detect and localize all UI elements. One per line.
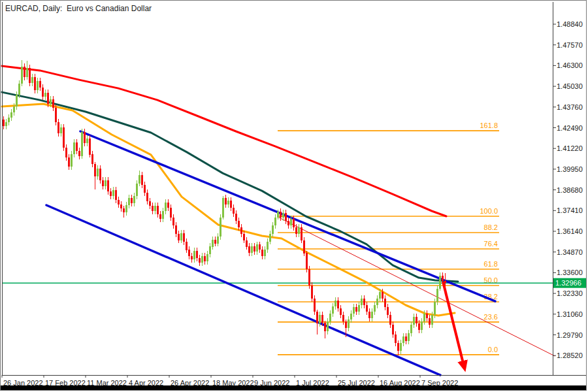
price-tick-label: 1.37410: [557, 206, 583, 214]
price-tick-label: 1.43760: [557, 103, 583, 111]
fib-level-label: 161.8: [480, 122, 498, 129]
price-axis: 1.488401.475701.463001.450301.437601.424…: [553, 20, 583, 359]
chart-title: EURCAD, Daily: Euro vs Canadian Dollar: [5, 4, 152, 13]
axes-frame: [2, 2, 587, 376]
price-tick-label: 1.39950: [557, 165, 583, 173]
price-tick-label: 1.34870: [557, 248, 583, 256]
fib-level-label: 0.0: [488, 346, 498, 353]
resistance-thin[interactable]: [278, 217, 555, 356]
svg-text:1.32966: 1.32966: [555, 279, 581, 287]
chart-window: EURCAD, Daily: Euro vs Canadian Dollar 1…: [0, 0, 587, 391]
status-bar: [1, 385, 587, 390]
current-price-tag: 1.32966: [553, 278, 587, 288]
price-tick-label: 1.47570: [557, 41, 583, 49]
price-tick-label: 1.36140: [557, 227, 583, 235]
price-tick-label: 1.31060: [557, 310, 583, 318]
price-tick-label: 1.29790: [557, 331, 583, 339]
price-tick-label: 1.45030: [557, 82, 583, 90]
fib-level-label: 76.4: [484, 240, 498, 248]
price-chart-canvas[interactable]: 161.8100.088.276.461.850.038.223.60.01.4…: [1, 1, 587, 391]
price-tick-label: 1.38680: [557, 186, 583, 194]
fib-level-label: 88.2: [484, 223, 498, 231]
fib-level-label: 100.0: [480, 207, 498, 215]
slow-ma-red: [2, 66, 446, 216]
price-tick-label: 1.28520: [557, 351, 583, 359]
price-tick-label: 1.46300: [557, 61, 583, 69]
fib-level-label: 61.8: [484, 260, 498, 268]
price-tick-label: 1.41220: [557, 144, 583, 152]
price-tick-label: 1.33600: [557, 269, 583, 276]
price-tick-label: 1.48840: [557, 20, 583, 28]
sell-projection-arrow[interactable]: [443, 282, 464, 366]
mid-ma-darkgreen: [2, 92, 458, 282]
fib-level-label: 23.6: [484, 313, 498, 321]
price-tick-label: 1.32330: [557, 289, 583, 297]
price-tick-label: 1.42490: [557, 124, 583, 132]
candlestick-series: [3, 60, 446, 356]
